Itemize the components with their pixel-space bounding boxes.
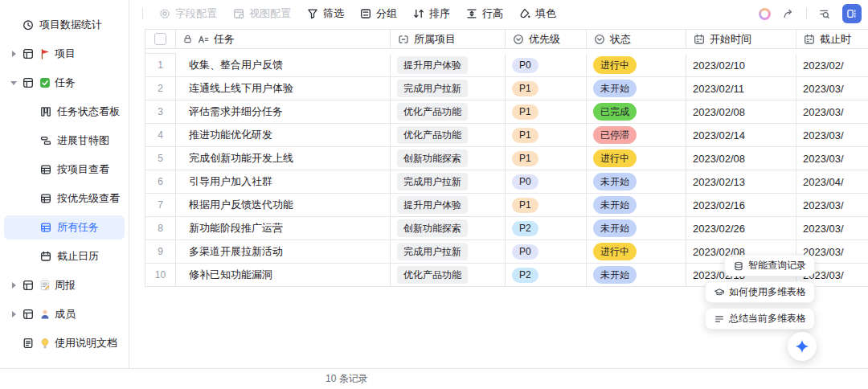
priority-cell[interactable]: P2 <box>506 264 587 287</box>
status-cell[interactable]: 进行中 <box>587 147 686 170</box>
sidebar-toggle-button[interactable] <box>842 4 862 23</box>
task-cell[interactable]: 新功能阶段推广运营 <box>176 217 391 240</box>
project-cell[interactable]: 优化产品功能 <box>391 100 506 124</box>
start-date-cell[interactable]: 2023/02/13 <box>686 170 796 194</box>
select-all-checkbox[interactable] <box>154 33 166 45</box>
project-cell[interactable]: 创新功能探索 <box>391 147 506 170</box>
project-cell[interactable]: 提升用户体验 <box>391 54 506 77</box>
chevron-right-icon[interactable] <box>6 282 22 289</box>
priority-cell[interactable]: P1 <box>506 194 587 217</box>
chevron-right-icon[interactable] <box>6 311 22 317</box>
sidebar-item-deadline-calendar[interactable]: 截止日历 <box>4 244 125 268</box>
task-cell[interactable]: 推进功能优化研发 <box>176 124 391 147</box>
column-header-end-date[interactable]: 截止时 <box>796 30 868 49</box>
task-cell[interactable]: 多渠道开展拉新活动 <box>176 240 391 264</box>
project-cell[interactable]: 提升用户体验 <box>391 194 506 217</box>
float-button-how-to-use[interactable]: 如何使用多维表格 <box>705 281 815 303</box>
float-button-smart-query[interactable]: 智能查询记录 <box>724 255 815 276</box>
task-cell[interactable]: 收集、整合用户反馈 <box>176 54 391 77</box>
status-cell[interactable]: 已停滞 <box>587 124 686 147</box>
project-cell[interactable]: 优化产品功能 <box>391 264 506 287</box>
toolbar-row-height-button[interactable]: 行高 <box>465 6 503 21</box>
end-date-cell[interactable]: 2023/02/ <box>796 54 868 77</box>
start-date-cell[interactable]: 2023/02/08 <box>686 100 796 124</box>
priority-cell[interactable]: P1 <box>506 100 587 124</box>
gradient-ring-icon[interactable] <box>759 8 771 20</box>
row-number[interactable]: 5 <box>145 147 176 170</box>
sidebar-item-by-project[interactable]: 按项目查看 <box>4 158 125 182</box>
priority-cell[interactable]: P0 <box>506 240 587 264</box>
end-date-cell[interactable]: 2023/03/ <box>796 77 868 100</box>
task-cell[interactable]: 引导用户加入社群 <box>176 170 391 194</box>
status-cell[interactable]: 进行中 <box>587 240 686 264</box>
status-cell[interactable]: 已完成 <box>587 100 686 124</box>
search-records-icon[interactable] <box>818 7 831 20</box>
start-date-cell[interactable]: 2023/02/26 <box>686 217 796 240</box>
row-number[interactable]: 9 <box>145 240 176 264</box>
end-date-cell[interactable]: 2023/03/ <box>796 147 868 170</box>
column-header-status[interactable]: 状态 <box>587 30 686 49</box>
start-date-cell[interactable]: 2023/02/10 <box>686 54 796 77</box>
sidebar-item-progress-gantt[interactable]: 进展甘特图 <box>4 129 125 153</box>
project-cell[interactable]: 创新功能探索 <box>391 217 506 240</box>
project-cell[interactable]: 完成用户拉新 <box>391 77 506 100</box>
task-cell[interactable]: 根据用户反馈迭代功能 <box>176 194 391 217</box>
end-date-cell[interactable]: 2023/04/ <box>796 170 868 194</box>
start-date-cell[interactable]: 2023/02/14 <box>686 124 796 147</box>
priority-cell[interactable]: P2 <box>506 217 587 240</box>
task-cell[interactable]: 评估需求并细分任务 <box>176 100 391 124</box>
sidebar-item-members[interactable]: 成员 <box>4 302 125 326</box>
sidebar-item-projects[interactable]: 项目 <box>4 42 125 66</box>
row-number[interactable]: 7 <box>145 194 176 217</box>
task-cell[interactable]: 修补已知功能漏洞 <box>176 264 391 287</box>
start-date-cell[interactable]: 2023/02/11 <box>686 77 796 100</box>
status-cell[interactable]: 进行中 <box>587 54 686 77</box>
sidebar-item-weekly-report[interactable]: 周报 <box>4 273 125 297</box>
status-cell[interactable]: 未开始 <box>587 264 686 287</box>
sidebar-item-usage-doc[interactable]: 使用说明文档 <box>4 331 125 355</box>
chevron-right-icon[interactable] <box>6 51 22 57</box>
sidebar-item-tasks[interactable]: 任务 <box>4 71 125 95</box>
select-all-cell[interactable] <box>145 30 176 49</box>
sidebar-item-all-tasks[interactable]: 所有任务 <box>4 215 125 240</box>
share-icon[interactable] <box>782 7 795 20</box>
row-number[interactable]: 8 <box>145 217 176 240</box>
status-cell[interactable]: 未开始 <box>587 77 686 100</box>
row-number[interactable]: 6 <box>145 170 176 194</box>
row-number[interactable]: 10 <box>145 264 176 287</box>
project-cell[interactable]: 优化产品功能 <box>391 124 506 147</box>
end-date-cell[interactable]: 2023/03/ <box>796 194 868 217</box>
priority-cell[interactable]: P1 <box>506 77 587 100</box>
column-header-priority[interactable]: 优先级 <box>506 30 587 49</box>
row-number[interactable]: 4 <box>145 124 176 147</box>
priority-cell[interactable]: P1 <box>506 147 587 170</box>
toolbar-sort-button[interactable]: 排序 <box>412 6 450 21</box>
toolbar-filter-button[interactable]: 筛选 <box>306 6 344 21</box>
chevron-down-icon[interactable] <box>6 81 22 85</box>
status-cell[interactable]: 未开始 <box>587 217 686 240</box>
column-header-task[interactable]: 任务 <box>176 30 391 49</box>
end-date-cell[interactable]: 2023/03/ <box>796 124 868 147</box>
end-date-cell[interactable]: 2023/03/ <box>796 100 868 124</box>
start-date-cell[interactable]: 2023/02/08 <box>686 147 796 170</box>
row-number[interactable]: 2 <box>145 77 176 100</box>
project-cell[interactable]: 完成用户拉新 <box>391 170 506 194</box>
status-cell[interactable]: 未开始 <box>587 170 686 194</box>
ai-assistant-button[interactable] <box>788 332 817 361</box>
row-number[interactable]: 3 <box>145 100 176 124</box>
sidebar-item-project-data-stats[interactable]: 项目数据统计 <box>4 13 125 37</box>
column-header-project[interactable]: 所属项目 <box>391 30 506 49</box>
task-cell[interactable]: 连通线上线下用户体验 <box>176 77 391 100</box>
priority-cell[interactable]: P0 <box>506 54 587 77</box>
priority-cell[interactable]: P1 <box>506 124 587 147</box>
row-number[interactable]: 1 <box>145 54 176 77</box>
end-date-cell[interactable]: 2023/03/ <box>796 217 868 240</box>
priority-cell[interactable]: P0 <box>506 170 587 194</box>
sidebar-item-by-priority[interactable]: 按优先级查看 <box>4 186 125 211</box>
status-cell[interactable]: 未开始 <box>587 194 686 217</box>
project-cell[interactable]: 完成用户拉新 <box>391 240 506 264</box>
float-button-summarize[interactable]: 总结当前多维表格 <box>705 308 815 330</box>
column-header-start-date[interactable]: 开始时间 <box>686 30 796 49</box>
task-cell[interactable]: 完成创新功能开发上线 <box>176 147 391 170</box>
sidebar-item-task-status-board[interactable]: 任务状态看板 <box>4 100 125 124</box>
